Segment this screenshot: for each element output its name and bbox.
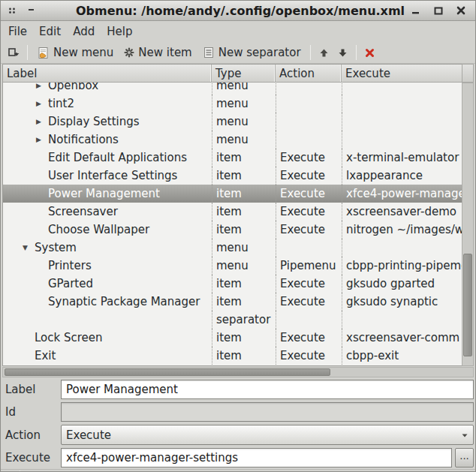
table-row[interactable]: ▶ tint2 menu bbox=[3, 95, 462, 113]
tree-column-headers: Label Type Action Execute bbox=[3, 65, 462, 83]
row-execute: xfce4-power-manage bbox=[342, 185, 462, 203]
menu-edit[interactable]: Edit bbox=[33, 23, 67, 41]
row-action: Execute bbox=[276, 275, 342, 293]
expander-icon[interactable]: ▶ bbox=[36, 136, 48, 143]
row-label: Display Settings bbox=[48, 115, 140, 128]
window-menu-icon[interactable] bbox=[7, 5, 17, 16]
column-header-execute[interactable]: Execute bbox=[342, 65, 462, 82]
table-row[interactable]: Power Management item Execute xfce4-powe… bbox=[3, 185, 462, 203]
row-execute bbox=[342, 113, 462, 131]
column-header-label[interactable]: Label bbox=[3, 65, 212, 82]
table-row[interactable]: Edit Default Applications item Execute x… bbox=[3, 149, 462, 167]
table-row[interactable]: Exit item Execute cbpp-exit bbox=[3, 347, 462, 365]
label-input[interactable] bbox=[61, 380, 474, 399]
vertical-scrollbar[interactable] bbox=[462, 64, 474, 366]
action-dropdown-value: Execute bbox=[66, 428, 111, 442]
row-action: Execute bbox=[276, 347, 342, 365]
row-execute bbox=[342, 95, 462, 113]
row-action: Execute bbox=[276, 149, 342, 167]
label-field-caption: Label bbox=[5, 383, 61, 396]
property-form: Label Id Action Execute Execute ... bbox=[1, 377, 475, 469]
menu-file[interactable]: File bbox=[2, 23, 33, 41]
vertical-scrollbar-thumb[interactable] bbox=[463, 254, 472, 356]
new-separator-icon bbox=[203, 47, 215, 59]
close-button[interactable] bbox=[456, 5, 466, 16]
action-field-caption: Action bbox=[5, 428, 61, 442]
execute-input[interactable] bbox=[61, 448, 452, 467]
row-action: Execute bbox=[276, 221, 342, 239]
action-dropdown[interactable]: Execute bbox=[61, 425, 474, 445]
tree-view: Label Type Action Execute ▶ Openbox menu… bbox=[1, 64, 475, 366]
new-menu-icon bbox=[37, 47, 50, 59]
expander-icon[interactable]: ▶ bbox=[36, 83, 48, 89]
maximize-button[interactable] bbox=[433, 5, 444, 16]
move-up-button[interactable] bbox=[315, 47, 333, 59]
row-label: Notifications bbox=[48, 133, 119, 146]
tree-body-rows: ▶ Openbox menu ▶ tint2 menu ▶ Display Se… bbox=[3, 83, 462, 365]
expander-icon[interactable]: ▶ bbox=[36, 118, 48, 125]
table-row[interactable]: User Interface Settings item Execute lxa… bbox=[3, 167, 462, 185]
tree-indent bbox=[3, 176, 36, 176]
id-input[interactable] bbox=[61, 402, 474, 422]
browse-button[interactable]: ... bbox=[455, 448, 474, 467]
row-execute: gksudo synaptic bbox=[342, 293, 462, 311]
expander-icon[interactable]: ▼ bbox=[23, 244, 35, 251]
vertical-scrollbar-track[interactable] bbox=[462, 83, 474, 366]
row-execute: x-terminal-emulator - bbox=[342, 149, 462, 167]
menu-add[interactable]: Add bbox=[67, 23, 101, 41]
row-type: item bbox=[212, 329, 276, 347]
horizontal-scrollbar-thumb[interactable] bbox=[5, 368, 330, 376]
delete-button[interactable] bbox=[360, 47, 379, 59]
tree-indent bbox=[3, 266, 36, 266]
tree-indent bbox=[3, 140, 36, 140]
column-header-type[interactable]: Type bbox=[212, 65, 276, 82]
table-row[interactable]: separator bbox=[3, 311, 462, 329]
row-type: item bbox=[212, 149, 276, 167]
row-action: Execute bbox=[276, 329, 342, 347]
new-separator-button[interactable]: New separator bbox=[197, 44, 306, 61]
row-action: Execute bbox=[276, 185, 342, 203]
table-row[interactable]: Screensaver item Execute xscreensaver-de… bbox=[3, 203, 462, 221]
minimize-button[interactable] bbox=[411, 5, 421, 16]
toolbar-grip-button[interactable] bbox=[4, 44, 23, 62]
new-menu-button[interactable]: New menu bbox=[32, 44, 119, 61]
table-row[interactable]: Choose Wallpaper item Execute nitrogen ~… bbox=[3, 221, 462, 239]
tree-indent bbox=[3, 230, 36, 230]
column-header-action[interactable]: Action bbox=[276, 65, 342, 82]
expander-icon[interactable]: ▶ bbox=[36, 100, 48, 107]
window-title: Obmenu: /home/andy/.config/openbox/menu.… bbox=[76, 4, 411, 18]
table-row[interactable]: Lock Screen item Execute xscreensaver-co… bbox=[3, 329, 462, 347]
titlebar: Obmenu: /home/andy/.config/openbox/menu.… bbox=[1, 1, 475, 21]
table-row[interactable]: Printers menu Pipemenu cbpp-printing-pip… bbox=[3, 257, 462, 275]
table-row[interactable]: ▶ Display Settings menu bbox=[3, 113, 462, 131]
toolbar-separator bbox=[356, 45, 357, 60]
move-down-button[interactable] bbox=[333, 47, 352, 59]
table-row[interactable]: GParted item Execute gksudo gparted bbox=[3, 275, 462, 293]
row-execute: nitrogen ~/images/w bbox=[342, 221, 462, 239]
row-action bbox=[276, 311, 342, 329]
row-execute bbox=[342, 239, 462, 257]
row-execute: cbpp-exit bbox=[342, 347, 462, 365]
tree-indent bbox=[3, 86, 36, 86]
row-execute: xscreensaver-comm bbox=[342, 329, 462, 347]
new-item-button[interactable]: New item bbox=[119, 44, 197, 61]
row-label: Exit bbox=[35, 349, 56, 362]
table-row[interactable]: ▶ Notifications menu bbox=[3, 131, 462, 149]
row-action: Execute bbox=[276, 167, 342, 185]
chevron-down-icon bbox=[461, 432, 468, 438]
row-execute: xscreensaver-demo bbox=[342, 203, 462, 221]
new-item-gear-icon bbox=[124, 47, 134, 58]
horizontal-scrollbar[interactable] bbox=[2, 367, 474, 377]
statusbar bbox=[1, 469, 475, 471]
row-action bbox=[276, 113, 342, 131]
table-row[interactable]: Synaptic Package Manager item Execute gk… bbox=[3, 293, 462, 311]
row-type: menu bbox=[212, 83, 276, 95]
table-row[interactable]: ▶ Openbox menu bbox=[3, 83, 462, 95]
shade-button[interactable] bbox=[26, 5, 37, 16]
delete-x-icon bbox=[365, 48, 375, 58]
window-arrow-icon bbox=[8, 47, 20, 59]
tree-body: ▶ Openbox menu ▶ tint2 menu ▶ Display Se… bbox=[3, 83, 462, 365]
table-row[interactable]: ▼ System menu bbox=[3, 239, 462, 257]
menu-help[interactable]: Help bbox=[101, 23, 138, 41]
execute-field-caption: Execute bbox=[5, 451, 61, 464]
